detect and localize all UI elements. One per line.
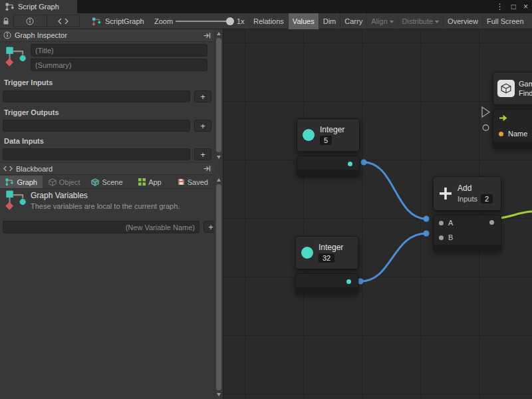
relations-button[interactable]: Relations <box>249 13 288 29</box>
graph-inspector-title: Graph Inspector <box>15 31 67 39</box>
integer-value-field[interactable]: 32 <box>319 253 334 263</box>
dim-button[interactable]: Dim <box>319 13 340 29</box>
align-dropdown[interactable]: Align <box>366 13 397 29</box>
maximize-panel-icon[interactable] <box>203 33 211 39</box>
tab-app[interactable]: App <box>128 176 171 188</box>
tab-scene[interactable]: Scene <box>86 176 128 188</box>
graph-variables-subtitle: These variables are local to the current… <box>31 202 180 210</box>
node-footer <box>493 142 532 148</box>
scroll-down-icon[interactable] <box>217 393 221 396</box>
node-header[interactable]: GameObject Find <box>493 72 532 105</box>
find-node-input-ports[interactable] <box>481 106 491 135</box>
output-port[interactable] <box>489 220 494 225</box>
add-data-input-button[interactable]: + <box>194 148 211 160</box>
integer-node-1[interactable]: Integer 5 <box>297 118 360 176</box>
tab-script-graph[interactable]: Script Graph <box>0 0 77 13</box>
node-ports: A B <box>433 215 501 251</box>
scroll-up-icon[interactable] <box>217 178 221 182</box>
graph-tab-icon <box>5 178 14 186</box>
plus-icon <box>439 187 452 200</box>
port-name-label: Name <box>508 130 527 138</box>
save-disk-icon <box>178 178 185 186</box>
input-port-a[interactable] <box>439 221 444 225</box>
toolbar-buttons: Relations Values Dim Carry Align Distrib… <box>249 13 532 29</box>
trigger-outputs-list[interactable] <box>3 120 190 132</box>
zoom-label: Zoom <box>154 17 173 25</box>
port-a-label: A <box>448 219 453 227</box>
gameobject-find-node[interactable]: GameObject Find Name <box>493 72 532 148</box>
data-inputs-list[interactable] <box>3 148 190 160</box>
script-graph-asset-icon <box>92 17 102 26</box>
blackboard-scrollbar[interactable] <box>214 176 223 399</box>
trigger-inputs-list[interactable] <box>3 90 190 102</box>
add-trigger-output-button[interactable]: + <box>194 120 211 132</box>
node-header[interactable]: Add Inputs 2 <box>433 176 501 211</box>
zoom-slider-knob[interactable] <box>226 17 234 25</box>
value-input-port <box>483 125 489 131</box>
script-graph-window: Script Graph ⋮ □ × <box>0 0 532 399</box>
info-icon <box>26 17 34 25</box>
output-port[interactable] <box>348 162 352 166</box>
window-close-icon[interactable]: × <box>523 2 528 11</box>
flow-input-port <box>482 107 489 117</box>
carry-button[interactable]: Carry <box>340 13 366 29</box>
tab-title: Script Graph <box>18 3 59 11</box>
scroll-up-icon[interactable] <box>217 32 221 35</box>
scroll-down-icon[interactable] <box>217 156 221 159</box>
node-footer <box>297 170 359 176</box>
full-screen-button[interactable]: Full Screen <box>482 13 528 29</box>
edit-graph-button[interactable] <box>47 15 80 27</box>
distribute-dropdown[interactable]: Distribute <box>398 13 443 29</box>
inspector-toggle-button[interactable] <box>14 15 47 27</box>
window-maximize-icon[interactable]: □ <box>511 2 516 11</box>
summary-input[interactable] <box>31 59 207 71</box>
graph-breadcrumb[interactable]: ScriptGraph <box>92 13 144 29</box>
title-input[interactable] <box>31 44 207 57</box>
inputs-label: Inputs <box>458 195 477 203</box>
zoom-slider[interactable] <box>176 21 230 22</box>
graph-inspector-header: Graph Inspector <box>0 29 214 42</box>
inputs-count-field[interactable]: 2 <box>481 194 493 203</box>
graph-toolbar: ScriptGraph Zoom 1x Relations Values Dim… <box>0 13 532 29</box>
new-variable-input[interactable] <box>3 221 200 233</box>
port-b-label: B <box>448 233 453 241</box>
output-port[interactable] <box>346 279 351 284</box>
chevron-down-icon <box>390 21 394 23</box>
node-title: Integer <box>319 243 343 252</box>
add-node[interactable]: Add Inputs 2 A B <box>433 176 501 251</box>
input-port-b[interactable] <box>439 235 444 240</box>
integer-type-icon <box>303 129 315 141</box>
graph-mode-toggle <box>13 15 80 27</box>
integer-value-field[interactable]: 5 <box>320 136 332 145</box>
maximize-panel-icon[interactable] <box>203 166 211 172</box>
integer-node-2[interactable]: Integer 32 <box>295 236 358 294</box>
data-inputs-label: Data Inputs <box>4 137 44 145</box>
tab-graph[interactable]: Graph <box>0 176 43 188</box>
add-trigger-input-button[interactable]: + <box>194 90 211 102</box>
node-header[interactable]: Integer 5 <box>297 118 360 152</box>
graph-name-label: ScriptGraph <box>105 17 144 25</box>
name-input-port[interactable] <box>499 132 503 136</box>
window-controls: ⋮ □ × <box>496 0 528 13</box>
node-title: Add <box>458 184 493 193</box>
window-menu-icon[interactable]: ⋮ <box>496 2 504 11</box>
overview-button[interactable]: Overview <box>443 13 482 29</box>
flow-arrow-icon <box>499 114 509 122</box>
tab-object[interactable]: Object <box>43 176 85 188</box>
scrollbar-thumb[interactable] <box>216 38 221 152</box>
zoom-value: 1x <box>237 17 245 25</box>
inspector-scrollbar[interactable] <box>214 29 223 162</box>
app-grid-icon <box>138 178 146 186</box>
graph-canvas[interactable]: Integer 5 Integer 32 <box>223 29 532 399</box>
script-graph-asset-icon <box>5 46 28 67</box>
integer-type-icon <box>301 247 313 259</box>
tab-saved[interactable]: Saved <box>172 176 214 188</box>
blackboard-title: Blackboard <box>16 165 53 173</box>
node-ports <box>297 156 360 176</box>
script-graph-asset-icon <box>5 190 28 211</box>
values-button[interactable]: Values <box>288 13 319 29</box>
lock-icon[interactable] <box>3 17 9 25</box>
scrollbar-thumb[interactable] <box>216 184 221 390</box>
scene-icon <box>91 178 99 186</box>
node-header[interactable]: Integer 32 <box>295 236 358 269</box>
